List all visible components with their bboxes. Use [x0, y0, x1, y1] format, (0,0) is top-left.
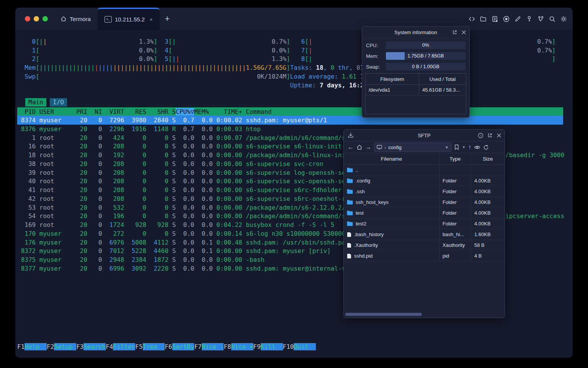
- type-column-header[interactable]: Type: [439, 153, 471, 164]
- home-icon: [60, 16, 67, 22]
- sysinfo-meter-row: Mem:1.75GB / 7.65GB: [366, 52, 466, 60]
- close-tab-icon[interactable]: ×: [149, 16, 153, 23]
- file-row[interactable]: ssh_host_keysFolder4.00KB: [344, 197, 505, 208]
- forward-icon[interactable]: →: [365, 144, 371, 150]
- file-name: ssh_host_keys: [356, 199, 389, 205]
- file-row[interactable]: ..: [344, 165, 505, 176]
- file-table-header: Filename Type Size: [344, 153, 505, 165]
- close-icon[interactable]: [497, 133, 501, 138]
- home-icon[interactable]: [356, 144, 363, 150]
- file-type: [439, 165, 471, 175]
- computer-icon: [377, 145, 382, 150]
- command-overflow-text: /basedir -g 3000: [505, 151, 564, 159]
- sysinfo-title: System information: [394, 30, 437, 35]
- command-overflow-text: ipcserver-access: [505, 212, 564, 220]
- svg-text:?: ?: [480, 134, 482, 137]
- new-tab-button[interactable]: +: [160, 8, 175, 30]
- file-size: 4 B: [471, 251, 505, 261]
- file-name: .config: [356, 178, 370, 184]
- function-key-bar[interactable]: F1Help F2Setup F3SearchF4FilterF5Tree F6…: [17, 342, 316, 351]
- meter-label: CPU:: [366, 43, 386, 48]
- notes-icon[interactable]: [491, 15, 498, 23]
- close-icon[interactable]: [461, 30, 466, 35]
- path-breadcrumb[interactable]: › config ▼: [374, 143, 451, 152]
- current-directory: config: [388, 145, 402, 150]
- settings-icon[interactable]: [560, 15, 567, 23]
- folder-icon: [347, 178, 353, 183]
- process-row[interactable]: 8374 myuser 20 0 7296 3980 2840 S 0.7 0.…: [17, 116, 563, 125]
- file-name: .ssh: [356, 189, 365, 194]
- file-name: sshd.pid: [354, 253, 372, 259]
- file-row[interactable]: .configFolder4.00KB: [344, 176, 505, 186]
- file-type: Xauthority: [439, 240, 471, 250]
- sysinfo-meter-row: Swap:0 B / 1.00GB: [366, 63, 466, 71]
- up-directory-icon[interactable]: ↑: [468, 144, 471, 150]
- folder-icon: [347, 221, 353, 226]
- file-row[interactable]: testFolder4.00KB: [344, 208, 505, 219]
- traffic-lights: [25, 16, 48, 21]
- size-column-header[interactable]: Size: [471, 153, 505, 164]
- back-icon[interactable]: ←: [348, 144, 354, 150]
- file-type: Folder: [439, 186, 471, 197]
- system-information-panel: System information CPU:0%Mem:1.75GB / 7.…: [362, 26, 470, 118]
- fork-icon[interactable]: [537, 15, 544, 23]
- eye-icon[interactable]: [474, 145, 480, 150]
- file-size: 4.00KB: [471, 197, 505, 207]
- file-row[interactable]: sshd.pidpid4 B: [344, 251, 505, 261]
- file-size: 4.00KB: [471, 186, 505, 197]
- file-row[interactable]: .sshFolder4.00KB: [344, 186, 505, 197]
- meter-label: Swap:: [366, 64, 386, 70]
- sftp-title: SFTP: [418, 133, 430, 138]
- zoom-window-button[interactable]: [42, 16, 48, 21]
- bookmark-dropdown-icon[interactable]: ▼: [462, 145, 466, 149]
- sftp-panel: SFTP ? ← → › config ▼ ▼ ↑ Filename: [343, 129, 505, 318]
- sysinfo-title-bar: System information: [362, 26, 469, 38]
- open-in-window-icon[interactable]: [452, 30, 457, 35]
- chevron-down-icon[interactable]: ▼: [445, 145, 449, 150]
- file-size: 58 B: [471, 240, 505, 250]
- htop-meter-line: Uptime: 7 days, 16:28: [17, 81, 368, 90]
- file-row[interactable]: .bash_historybash_hi...1.60KB: [344, 229, 505, 240]
- meter-bar: 0%: [386, 41, 466, 49]
- htop-tab-main[interactable]: Main: [25, 98, 46, 107]
- used-total-column-header[interactable]: Used / Total: [419, 74, 466, 84]
- code-icon[interactable]: [468, 15, 475, 23]
- search-icon[interactable]: [549, 15, 556, 23]
- pencil-icon[interactable]: [514, 15, 521, 23]
- horizontal-scrollbar[interactable]: [345, 313, 422, 316]
- help-icon[interactable]: ?: [478, 133, 483, 138]
- htop-meter-line: 1[ 0.0%] 4[ 0.0%] 7[| 0.7%]: [17, 46, 555, 55]
- tab-strip: Termora >_ 10.211.55.2 × +: [54, 8, 175, 30]
- minimize-window-button[interactable]: [34, 16, 39, 21]
- download-icon[interactable]: [348, 132, 354, 138]
- process-table-header[interactable]: PID USER PRI NI VIRT RES SHR SCPU%▽MEM% …: [17, 107, 563, 116]
- file-name: .bash_history: [354, 232, 384, 237]
- tab-termora[interactable]: Termora: [54, 8, 98, 30]
- open-in-window-icon[interactable]: [487, 133, 493, 138]
- refresh-icon[interactable]: [483, 145, 489, 150]
- file-size: 1.60KB: [471, 229, 505, 240]
- toolbar: [468, 8, 567, 30]
- meter-bar: 1.75GB / 7.65GB: [386, 52, 466, 60]
- folder-icon: [347, 168, 353, 172]
- filesystem-row[interactable]: /dev/vda145.61GB / 58.3...: [366, 85, 466, 95]
- htop-tab-io[interactable]: I/O: [50, 98, 67, 107]
- file-row[interactable]: test2Folder4.00KB: [344, 219, 505, 229]
- meter-value: 0%: [386, 41, 466, 49]
- folder-icon: [347, 200, 353, 205]
- file-size: 4.00KB: [471, 176, 505, 186]
- file-name: test2: [356, 221, 366, 227]
- folder-icon[interactable]: [480, 15, 487, 23]
- title-bar: Termora >_ 10.211.55.2 × +: [15, 8, 573, 30]
- key-icon[interactable]: [526, 15, 533, 23]
- record-icon[interactable]: [503, 15, 510, 23]
- bookmark-icon[interactable]: [454, 144, 459, 150]
- close-window-button[interactable]: [25, 16, 30, 21]
- tab-host[interactable]: >_ 10.211.55.2 ×: [98, 8, 160, 30]
- breadcrumb-separator: ›: [384, 145, 386, 150]
- filesystem-column-header[interactable]: Filesystem: [366, 74, 419, 84]
- file-size: 4.00KB: [471, 219, 505, 229]
- file-type: Folder: [439, 208, 471, 218]
- filename-column-header[interactable]: Filename: [344, 153, 439, 164]
- file-row[interactable]: .XauthorityXauthority58 B: [344, 240, 505, 251]
